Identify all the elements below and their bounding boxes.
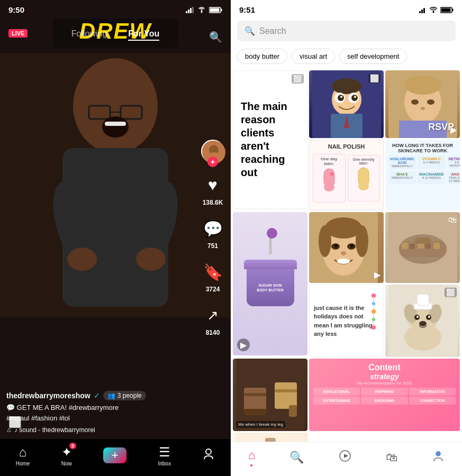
svg-rect-97 — [244, 409, 266, 415]
chip-self-development[interactable]: self development — [339, 49, 407, 64]
grid-layout: ⬜ The main reason clients aren't reachin… — [233, 70, 460, 442]
nail-day-later: One day later: — [315, 157, 343, 166]
svg-point-66 — [341, 251, 346, 255]
nav-home[interactable]: ⌂ Home — [16, 445, 30, 466]
svg-point-114 — [436, 452, 440, 456]
now-notification-badge: 3 — [69, 443, 76, 449]
nav-tabs: Following For You — [0, 29, 231, 41]
animated-char-item[interactable]: ⬜ — [309, 70, 384, 138]
follow-button[interactable]: + — [207, 157, 218, 167]
main-reason-item[interactable]: ⬜ The main reason clients aren't reachin… — [233, 70, 307, 209]
nav-home-right[interactable]: ⌂ — [248, 448, 255, 466]
status-icons — [186, 7, 222, 13]
collab-count: 3 people — [117, 392, 142, 399]
person-face-svg — [309, 212, 378, 283]
svg-point-64 — [334, 244, 338, 248]
svg-rect-33 — [441, 8, 451, 12]
nav-shop-right[interactable]: 🛍 — [386, 451, 397, 464]
creator-avatar[interactable]: + — [201, 140, 224, 163]
bookmark-action[interactable]: 🔖 3724 — [201, 260, 224, 293]
signal-icon-right — [419, 7, 427, 13]
svg-rect-15 — [186, 11, 187, 13]
nav-home-label: Home — [16, 461, 30, 466]
status-bar-right: 9:51 — [231, 0, 462, 16]
svg-rect-74 — [425, 243, 431, 249]
filter-chips: body butter visual art self development — [231, 45, 462, 69]
dog-item[interactable]: ⬜ — [385, 285, 460, 357]
search-button[interactable]: 🔍 — [209, 31, 222, 43]
gucci-svg — [388, 212, 457, 283]
play-button[interactable]: ▶ — [237, 338, 250, 351]
nav-profile[interactable] — [202, 447, 215, 463]
nav-video-right[interactable] — [339, 450, 351, 465]
svg-marker-112 — [344, 454, 348, 458]
hand-massage-item[interactable] — [233, 433, 307, 442]
inbox-icon: ☰ — [159, 445, 170, 460]
battery-icon — [209, 7, 222, 13]
svg-point-41 — [340, 96, 342, 98]
svg-point-40 — [351, 95, 358, 101]
broken-leg-item[interactable]: Me when I break my leg — [233, 359, 307, 431]
like-action[interactable]: ♥ 138.6K — [201, 173, 224, 206]
search-bar[interactable]: 🔍 Search — [237, 21, 456, 41]
nail-eternity: One eternity later: — [350, 158, 378, 165]
chip-visual-art[interactable]: visual art — [292, 49, 335, 64]
nav-inbox[interactable]: ☰ Inbox — [158, 445, 170, 466]
video-indicator: ▶ — [450, 125, 457, 135]
skincare-hyaluronic: HYALURONIC ACID IMMEDIATELY — [388, 155, 416, 169]
dog-bookmark: ⬜ — [445, 288, 457, 297]
svg-point-19 — [201, 11, 203, 13]
svg-rect-18 — [192, 7, 194, 13]
skincare-title: HOW LONG IT TAKES FOR SKINCARE TO WORK — [388, 143, 457, 153]
tab-for-you[interactable]: For You — [128, 29, 159, 41]
svg-point-48 — [404, 76, 441, 95]
comment-action[interactable]: 💬 751 — [201, 217, 224, 250]
tab-following[interactable]: Following — [71, 29, 107, 41]
nav-search-right[interactable]: 🔍 — [289, 451, 304, 464]
share-icon: ↗ — [201, 304, 224, 327]
battery-icon-right — [440, 7, 454, 13]
holiday-text-item[interactable]: just cause it is the holidays does not m… — [309, 285, 384, 357]
video-nav-svg — [339, 450, 351, 462]
gucci-item[interactable]: 🛍 — [385, 212, 460, 283]
nav-profile-right[interactable] — [432, 450, 445, 465]
chip-body-butter[interactable]: body butter — [237, 49, 287, 64]
svg-rect-99 — [289, 405, 297, 417]
svg-rect-76 — [415, 237, 431, 244]
profile-svg — [202, 447, 215, 460]
left-panel: 9:50 LIVE DREW Following For — [0, 0, 231, 476]
sugar-skin-item[interactable]: SUGAR SKINBODY BUTTER ▶ — [233, 212, 307, 355]
home-icon-right: ⌂ — [248, 448, 255, 462]
svg-rect-72 — [410, 244, 415, 249]
person-face-item[interactable]: ▶ — [309, 212, 384, 283]
rsvp-item[interactable]: RSVP. ▶ — [385, 70, 460, 138]
nail-polish-item[interactable]: NAIL POLISH One day later: — [309, 140, 384, 210]
svg-point-12 — [67, 248, 97, 271]
skincare-niacinamide: NIACINAMIDE 8-12 WEEKS — [418, 171, 446, 184]
status-bar: 9:50 — [0, 5, 231, 14]
sound-row[interactable]: ♫ ♪ sound - thedrewbarrymorei — [6, 426, 199, 434]
svg-point-42 — [354, 96, 356, 98]
content-strategy-item[interactable]: Content strategy My recommendation for 2… — [309, 359, 460, 431]
share-action[interactable]: ↗ 8140 — [201, 304, 224, 336]
bottom-nav: ⌂ Home ✦ Now 3 + ☰ Inbox — [0, 439, 231, 476]
create-button[interactable]: + — [103, 447, 126, 463]
status-icons-right — [419, 7, 454, 13]
username: thedrewbarrymoreshow — [6, 391, 90, 400]
skincare-item[interactable]: HOW LONG IT TAKES FOR SKINCARE TO WORK H… — [385, 140, 460, 210]
jar-body: SUGAR SKINBODY BUTTER — [247, 269, 294, 306]
nav-create[interactable]: + — [103, 447, 126, 463]
jar-label: SUGAR SKINBODY BUTTER — [257, 283, 283, 292]
profile-nav-svg — [432, 450, 445, 462]
cs-informative: INFORMATIVE — [409, 388, 456, 396]
jar: SUGAR SKINBODY BUTTER — [247, 260, 294, 306]
svg-rect-28 — [421, 10, 423, 13]
bookmark-indicator-2: ⬜ — [368, 74, 381, 83]
search-placeholder: Search — [259, 26, 286, 36]
nav-now[interactable]: ✦ Now 3 — [61, 445, 72, 466]
video-indicator-2: ▶ — [374, 270, 381, 280]
main-reason-text: The main reason clients aren't reaching … — [241, 100, 300, 179]
svg-point-54 — [330, 172, 333, 176]
cs-inspiring: INSPIRING — [361, 388, 407, 396]
video-icon-right — [339, 450, 351, 465]
